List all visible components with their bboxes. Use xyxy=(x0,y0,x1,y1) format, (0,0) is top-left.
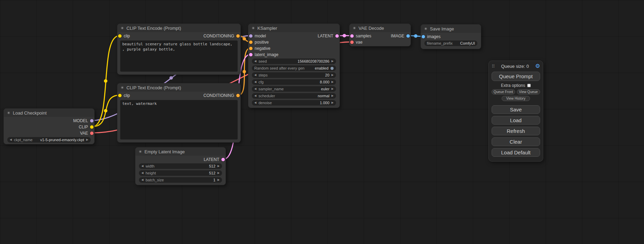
widget-value: 1 xyxy=(213,178,215,182)
input-slot-latent-image[interactable] xyxy=(249,53,253,56)
arrow-left-icon[interactable]: ◀ xyxy=(10,137,12,143)
arrow-left-icon[interactable]: ◀ xyxy=(141,177,143,183)
collapse-dot-icon[interactable] xyxy=(139,150,142,153)
arrow-right-icon[interactable]: ▶ xyxy=(332,86,334,92)
refresh-button[interactable]: Refresh xyxy=(492,127,540,135)
output-slot-latent[interactable] xyxy=(221,158,225,161)
widget-filename-prefix[interactable]: filename_prefix ComfyUI xyxy=(424,40,477,46)
input-slot-samples[interactable] xyxy=(350,34,354,38)
input-slot-vae[interactable] xyxy=(350,40,354,44)
widget-value: ComfyUI xyxy=(460,41,475,45)
widget-seed[interactable]: ◀ seed 156680208700286 ▶ xyxy=(252,58,336,64)
node-ksampler[interactable]: KSampler model LATENT positive negative xyxy=(248,24,340,108)
toggle-dot-icon[interactable] xyxy=(330,67,334,70)
arrow-left-icon[interactable]: ◀ xyxy=(141,170,143,176)
output-slot-image[interactable] xyxy=(406,34,410,38)
arrow-left-icon[interactable]: ◀ xyxy=(254,58,256,64)
node-title-bar[interactable]: Empty Latent Image xyxy=(135,147,226,156)
widget-batch-size[interactable]: ◀ batch_size 1 ▶ xyxy=(139,177,222,183)
node-title-bar[interactable]: CLIP Text Encode (Prompt) xyxy=(117,24,240,32)
view-history-button[interactable]: View History xyxy=(502,96,530,101)
widget-random-seed-toggle[interactable]: Random seed after every gen enabled xyxy=(252,65,336,71)
settings-gear-icon[interactable]: ⚙ xyxy=(535,63,540,69)
load-default-button[interactable]: Load Default xyxy=(492,148,540,157)
clear-button[interactable]: Clear xyxy=(492,137,540,146)
extra-options-checkbox[interactable] xyxy=(527,84,531,87)
output-slot-clip[interactable] xyxy=(90,125,94,129)
arrow-left-icon[interactable]: ◀ xyxy=(254,100,256,106)
queue-prompt-button[interactable]: Queue Prompt xyxy=(492,72,540,81)
widget-scheduler[interactable]: ◀ scheduler normal ▶ xyxy=(252,93,336,99)
node-title-bar[interactable]: Load Checkpoint xyxy=(4,109,94,117)
node-title-bar[interactable]: Save Image xyxy=(421,25,481,33)
output-slot-conditioning[interactable] xyxy=(236,34,240,38)
widget-height[interactable]: ◀ height 512 ▶ xyxy=(139,170,222,176)
arrow-right-icon[interactable]: ▶ xyxy=(86,137,88,143)
drag-handle-icon[interactable]: ⠿ xyxy=(492,64,495,69)
node-clip-text-encode-positive[interactable]: CLIP Text Encode (Prompt) clip CONDITION… xyxy=(117,24,241,75)
input-slot-images[interactable] xyxy=(422,35,425,38)
collapse-dot-icon[interactable] xyxy=(7,111,10,114)
input-label-samples: samples xyxy=(356,34,371,38)
output-slot-vae[interactable] xyxy=(90,132,94,135)
collapse-dot-icon[interactable] xyxy=(252,27,255,29)
arrow-right-icon[interactable]: ▶ xyxy=(332,72,334,78)
node-empty-latent-image[interactable]: Empty Latent Image LATENT ◀ width 512 ▶ … xyxy=(135,147,226,185)
node-title-bar[interactable]: CLIP Text Encode (Prompt) xyxy=(117,83,240,92)
widget-sampler-name[interactable]: ◀ sampler_name euler ▶ xyxy=(252,86,336,92)
collapse-dot-icon[interactable] xyxy=(424,27,427,30)
arrow-right-icon[interactable]: ▶ xyxy=(332,79,334,85)
output-slot-model[interactable] xyxy=(90,119,94,123)
widget-name: cfg xyxy=(258,80,264,84)
arrow-left-icon[interactable]: ◀ xyxy=(254,79,256,85)
queue-menu-panel: ⠿ Queue size: 0 ⚙ Queue Prompt Extra opt… xyxy=(488,61,543,162)
output-label-latent: LATENT xyxy=(204,157,219,162)
node-save-image[interactable]: Save Image images filename_prefix ComfyU… xyxy=(421,24,481,49)
node-title-bar[interactable]: VAE Decode xyxy=(350,24,411,32)
input-slot-positive[interactable] xyxy=(249,40,253,44)
link-dot-negative-conditioning xyxy=(242,70,246,73)
node-vae-decode[interactable]: VAE Decode samples IMAGE vae xyxy=(349,24,411,46)
input-slot-negative[interactable] xyxy=(249,47,253,50)
arrow-right-icon[interactable]: ▶ xyxy=(332,93,334,99)
widget-width[interactable]: ◀ width 512 ▶ xyxy=(139,163,222,169)
output-label-clip: CLIP xyxy=(79,125,88,129)
widget-ckpt-name[interactable]: ◀ ckpt_name v1-5-pruned-emaonly.ckpt ▶ xyxy=(7,137,91,143)
arrow-left-icon[interactable]: ◀ xyxy=(141,163,143,169)
widget-value: 512 xyxy=(209,164,215,168)
extra-options-label: Extra options xyxy=(501,83,525,88)
node-clip-text-encode-negative[interactable]: CLIP Text Encode (Prompt) clip CONDITION… xyxy=(117,83,241,143)
node-title: Empty Latent Image xyxy=(144,149,185,154)
arrow-left-icon[interactable]: ◀ xyxy=(254,86,256,92)
negative-prompt-textarea[interactable]: text, watermark xyxy=(120,100,238,139)
collapse-dot-icon[interactable] xyxy=(121,86,124,89)
node-load-checkpoint[interactable]: Load Checkpoint MODEL CLIP VAE ◀ ckpt_na… xyxy=(3,108,95,144)
save-button[interactable]: Save xyxy=(492,105,540,114)
arrow-right-icon[interactable]: ▶ xyxy=(332,58,334,64)
graph-canvas[interactable]: { "icons": { "arrow_left": "◀", "arrow_r… xyxy=(0,0,644,244)
node-title-bar[interactable]: KSampler xyxy=(248,24,339,32)
widget-cfg[interactable]: ◀ cfg 8.000 ▶ xyxy=(252,79,336,85)
input-label-model: model xyxy=(255,34,266,38)
view-queue-button[interactable]: View Queue xyxy=(517,89,540,94)
output-slot-latent[interactable] xyxy=(335,34,339,38)
collapse-dot-icon[interactable] xyxy=(121,27,124,29)
load-button[interactable]: Load xyxy=(492,116,540,125)
widget-denoise[interactable]: ◀ denoise 1.000 ▶ xyxy=(252,100,336,106)
arrow-left-icon[interactable]: ◀ xyxy=(254,72,256,78)
queue-front-button[interactable]: Queue Front xyxy=(492,89,515,94)
arrow-right-icon[interactable]: ▶ xyxy=(218,163,220,169)
arrow-right-icon[interactable]: ▶ xyxy=(218,170,220,176)
output-slot-conditioning[interactable] xyxy=(236,94,240,97)
input-slot-clip[interactable] xyxy=(118,34,122,38)
arrow-right-icon[interactable]: ▶ xyxy=(332,100,334,106)
positive-prompt-textarea[interactable]: beautiful scenery nature glass bottle la… xyxy=(120,40,238,72)
input-slot-clip[interactable] xyxy=(118,94,122,97)
arrow-right-icon[interactable]: ▶ xyxy=(218,177,220,183)
collapse-dot-icon[interactable] xyxy=(353,27,356,29)
widget-steps[interactable]: ◀ steps 20 ▶ xyxy=(252,72,336,78)
input-label-images: images xyxy=(427,34,441,39)
arrow-left-icon[interactable]: ◀ xyxy=(254,93,256,99)
widget-name: ckpt_name xyxy=(14,138,33,142)
input-slot-model[interactable] xyxy=(249,34,253,38)
